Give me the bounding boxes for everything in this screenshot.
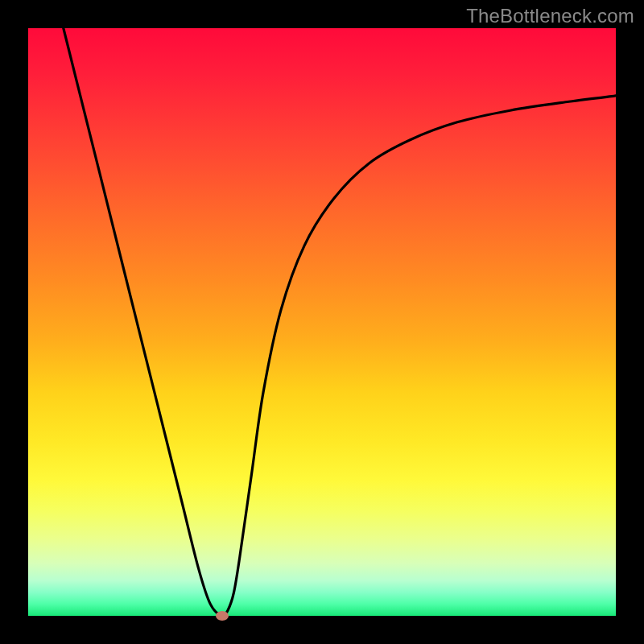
chart-frame: TheBottleneck.com (0, 0, 644, 644)
watermark-text: TheBottleneck.com (466, 5, 634, 27)
curve-path (64, 28, 616, 616)
vertex-marker (216, 611, 229, 621)
bottleneck-curve (28, 28, 616, 616)
plot-area (28, 28, 616, 616)
